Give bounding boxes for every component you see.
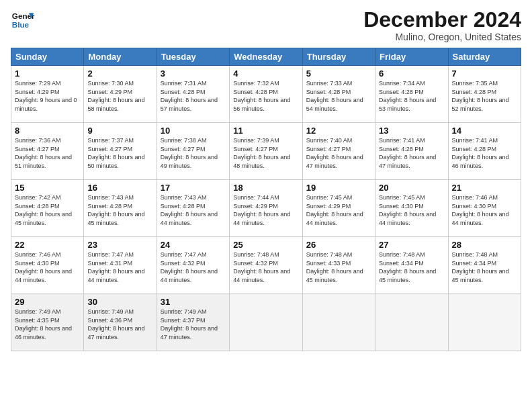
day-number: 14: [452, 126, 517, 136]
day-cell: 26 Sunrise: 7:48 AMSunset: 4:33 PMDaylig…: [302, 237, 375, 294]
day-info: Sunrise: 7:45 AMSunset: 4:30 PMDaylight:…: [379, 194, 436, 226]
day-number: 19: [306, 183, 371, 193]
day-info: Sunrise: 7:38 AMSunset: 4:27 PMDaylight:…: [161, 137, 218, 169]
day-info: Sunrise: 7:48 AMSunset: 4:33 PMDaylight:…: [306, 251, 363, 283]
day-cell: 14 Sunrise: 7:41 AMSunset: 4:28 PMDaylig…: [448, 123, 521, 180]
week-row-2: 8 Sunrise: 7:36 AMSunset: 4:27 PMDayligh…: [11, 123, 521, 180]
day-number: 2: [87, 68, 152, 79]
header: General Blue December 2024 Mulino, Orego…: [11, 8, 521, 42]
svg-text:Blue: Blue: [12, 20, 30, 29]
col-monday: Monday: [84, 48, 157, 66]
day-cell: 28 Sunrise: 7:48 AMSunset: 4:34 PMDaylig…: [448, 237, 521, 294]
day-number: 24: [161, 240, 226, 250]
day-cell: 6 Sunrise: 7:34 AMSunset: 4:28 PMDayligh…: [375, 66, 448, 123]
day-cell: 7 Sunrise: 7:35 AMSunset: 4:28 PMDayligh…: [448, 66, 521, 123]
day-cell: 15 Sunrise: 7:42 AMSunset: 4:28 PMDaylig…: [11, 180, 84, 237]
day-number: 22: [15, 240, 80, 250]
day-info: Sunrise: 7:41 AMSunset: 4:28 PMDaylight:…: [379, 137, 436, 169]
day-cell: 4 Sunrise: 7:32 AMSunset: 4:28 PMDayligh…: [230, 66, 302, 123]
day-info: Sunrise: 7:48 AMSunset: 4:34 PMDaylight:…: [379, 251, 436, 283]
day-cell: 3 Sunrise: 7:31 AMSunset: 4:28 PMDayligh…: [157, 66, 229, 123]
day-info: Sunrise: 7:32 AMSunset: 4:28 PMDaylight:…: [233, 80, 290, 112]
day-info: Sunrise: 7:30 AMSunset: 4:29 PMDaylight:…: [87, 80, 144, 112]
day-number: 1: [15, 68, 80, 79]
day-cell: 17 Sunrise: 7:43 AMSunset: 4:28 PMDaylig…: [157, 180, 229, 237]
day-cell: 13 Sunrise: 7:41 AMSunset: 4:28 PMDaylig…: [375, 123, 448, 180]
day-info: Sunrise: 7:40 AMSunset: 4:27 PMDaylight:…: [306, 137, 363, 169]
day-cell: [230, 294, 302, 351]
day-number: 5: [306, 68, 371, 79]
day-number: 21: [452, 183, 517, 193]
col-wednesday: Wednesday: [230, 48, 302, 66]
logo-icon: General Blue: [11, 8, 35, 32]
day-info: Sunrise: 7:39 AMSunset: 4:27 PMDaylight:…: [233, 137, 290, 169]
day-number: 17: [161, 183, 226, 193]
day-info: Sunrise: 7:42 AMSunset: 4:28 PMDaylight:…: [15, 194, 72, 226]
day-info: Sunrise: 7:47 AMSunset: 4:32 PMDaylight:…: [161, 251, 218, 283]
day-number: 26: [306, 240, 371, 250]
day-cell: 19 Sunrise: 7:45 AMSunset: 4:29 PMDaylig…: [302, 180, 375, 237]
week-row-1: 1 Sunrise: 7:29 AMSunset: 4:29 PMDayligh…: [11, 66, 521, 123]
day-cell: 11 Sunrise: 7:39 AMSunset: 4:27 PMDaylig…: [230, 123, 302, 180]
day-info: Sunrise: 7:48 AMSunset: 4:32 PMDaylight:…: [233, 251, 290, 283]
day-number: 18: [233, 183, 298, 193]
day-info: Sunrise: 7:35 AMSunset: 4:28 PMDaylight:…: [452, 80, 509, 112]
day-info: Sunrise: 7:37 AMSunset: 4:27 PMDaylight:…: [87, 137, 144, 169]
day-number: 7: [452, 68, 517, 79]
calendar-header-row: Sunday Monday Tuesday Wednesday Thursday…: [11, 48, 521, 66]
day-number: 10: [161, 126, 226, 136]
day-cell: 25 Sunrise: 7:48 AMSunset: 4:32 PMDaylig…: [230, 237, 302, 294]
day-number: 12: [306, 126, 371, 136]
day-cell: [448, 294, 521, 351]
day-number: 11: [233, 126, 298, 136]
day-number: 29: [15, 297, 80, 307]
day-cell: 8 Sunrise: 7:36 AMSunset: 4:27 PMDayligh…: [11, 123, 84, 180]
month-title: December 2024: [363, 8, 521, 32]
title-block: December 2024 Mulino, Oregon, United Sta…: [363, 8, 521, 42]
day-info: Sunrise: 7:45 AMSunset: 4:29 PMDaylight:…: [306, 194, 363, 226]
day-info: Sunrise: 7:49 AMSunset: 4:37 PMDaylight:…: [161, 308, 218, 340]
day-number: 16: [87, 183, 152, 193]
day-number: 28: [452, 240, 517, 250]
day-number: 31: [161, 297, 226, 307]
logo: General Blue: [11, 8, 36, 32]
day-number: 9: [87, 126, 152, 136]
day-number: 13: [379, 126, 444, 136]
day-number: 4: [233, 68, 298, 79]
day-cell: 2 Sunrise: 7:30 AMSunset: 4:29 PMDayligh…: [84, 66, 157, 123]
day-info: Sunrise: 7:43 AMSunset: 4:28 PMDaylight:…: [161, 194, 218, 226]
day-info: Sunrise: 7:29 AMSunset: 4:29 PMDaylight:…: [15, 80, 77, 112]
day-info: Sunrise: 7:33 AMSunset: 4:28 PMDaylight:…: [306, 80, 363, 112]
day-cell: 18 Sunrise: 7:44 AMSunset: 4:29 PMDaylig…: [230, 180, 302, 237]
day-number: 30: [87, 297, 152, 307]
day-cell: 20 Sunrise: 7:45 AMSunset: 4:30 PMDaylig…: [375, 180, 448, 237]
day-number: 23: [87, 240, 152, 250]
day-cell: 22 Sunrise: 7:46 AMSunset: 4:30 PMDaylig…: [11, 237, 84, 294]
col-sunday: Sunday: [11, 48, 84, 66]
day-info: Sunrise: 7:43 AMSunset: 4:28 PMDaylight:…: [87, 194, 144, 226]
day-number: 20: [379, 183, 444, 193]
day-cell: [302, 294, 375, 351]
day-info: Sunrise: 7:34 AMSunset: 4:28 PMDaylight:…: [379, 80, 436, 112]
col-tuesday: Tuesday: [157, 48, 229, 66]
day-number: 27: [379, 240, 444, 250]
location: Mulino, Oregon, United States: [363, 32, 521, 42]
day-cell: 5 Sunrise: 7:33 AMSunset: 4:28 PMDayligh…: [302, 66, 375, 123]
day-cell: 23 Sunrise: 7:47 AMSunset: 4:31 PMDaylig…: [84, 237, 157, 294]
day-cell: 30 Sunrise: 7:49 AMSunset: 4:36 PMDaylig…: [84, 294, 157, 351]
day-info: Sunrise: 7:36 AMSunset: 4:27 PMDaylight:…: [15, 137, 72, 169]
week-row-5: 29 Sunrise: 7:49 AMSunset: 4:35 PMDaylig…: [11, 294, 521, 351]
day-info: Sunrise: 7:49 AMSunset: 4:36 PMDaylight:…: [87, 308, 144, 340]
day-number: 3: [161, 68, 226, 79]
day-cell: 31 Sunrise: 7:49 AMSunset: 4:37 PMDaylig…: [157, 294, 229, 351]
day-info: Sunrise: 7:46 AMSunset: 4:30 PMDaylight:…: [15, 251, 72, 283]
day-info: Sunrise: 7:48 AMSunset: 4:34 PMDaylight:…: [452, 251, 509, 283]
day-info: Sunrise: 7:47 AMSunset: 4:31 PMDaylight:…: [87, 251, 144, 283]
day-info: Sunrise: 7:44 AMSunset: 4:29 PMDaylight:…: [233, 194, 290, 226]
day-cell: 9 Sunrise: 7:37 AMSunset: 4:27 PMDayligh…: [84, 123, 157, 180]
day-cell: 12 Sunrise: 7:40 AMSunset: 4:27 PMDaylig…: [302, 123, 375, 180]
day-cell: 29 Sunrise: 7:49 AMSunset: 4:35 PMDaylig…: [11, 294, 84, 351]
day-number: 25: [233, 240, 298, 250]
page: General Blue December 2024 Mulino, Orego…: [0, 0, 532, 411]
day-cell: 10 Sunrise: 7:38 AMSunset: 4:27 PMDaylig…: [157, 123, 229, 180]
